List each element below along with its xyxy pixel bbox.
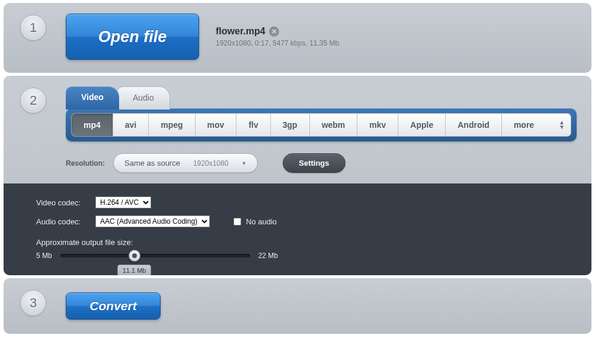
remove-file-icon[interactable]: ✕	[269, 27, 279, 37]
step-3-badge: 3	[20, 290, 46, 316]
format-mpeg[interactable]: mpeg	[149, 114, 195, 136]
format-flv[interactable]: flv	[236, 114, 270, 136]
advanced-settings: Video codec: H.264 / AVC Audio codec: AA…	[4, 183, 591, 275]
file-name: flower.mp4	[216, 26, 265, 37]
format-bar: mp4 avi mpeg mov flv 3gp webm mkv Apple …	[66, 108, 577, 141]
tab-audio[interactable]: Audio	[117, 86, 170, 109]
video-codec-label: Video codec:	[36, 198, 89, 207]
file-info: flower.mp4 ✕ 1920x1080, 0:17, 5477 kbps,…	[216, 26, 339, 47]
no-audio-checkbox-wrap[interactable]: No audio	[233, 217, 277, 226]
step-3-panel: 3 Convert	[4, 278, 591, 334]
tab-video[interactable]: Video	[66, 86, 119, 109]
slider-max: 22 Mb	[258, 252, 278, 260]
resolution-dim: 1920x1080	[193, 159, 228, 167]
slider-thumb[interactable]	[129, 250, 140, 262]
resolution-value: Same as source	[124, 159, 180, 167]
step-2-badge: 2	[20, 88, 46, 114]
slider-min: 5 Mb	[36, 252, 52, 260]
no-audio-checkbox[interactable]	[233, 218, 241, 226]
format-mkv[interactable]: mkv	[357, 114, 398, 136]
updown-icon: ▲▼	[559, 120, 565, 130]
approx-output-label: Approximate output file size:	[36, 238, 574, 247]
settings-button[interactable]: Settings	[283, 153, 345, 173]
no-audio-label: No audio	[246, 217, 277, 226]
resolution-label: Resolution:	[66, 159, 105, 167]
step-1-panel: 1 Open file flower.mp4 ✕ 1920x1080, 0:17…	[4, 3, 591, 73]
format-avi[interactable]: avi	[113, 114, 149, 136]
more-label: more	[514, 120, 534, 130]
convert-button[interactable]: Convert	[66, 292, 161, 320]
format-apple[interactable]: Apple	[398, 114, 446, 136]
caret-down-icon: ▼	[241, 160, 247, 166]
filesize-slider[interactable]: 11.1 Mb	[60, 254, 250, 257]
format-3gp[interactable]: 3gp	[271, 114, 310, 136]
format-webm[interactable]: webm	[310, 114, 358, 136]
slider-value: 11.1 Mb	[117, 265, 152, 275]
format-android[interactable]: Android	[446, 114, 502, 136]
video-codec-select[interactable]: H.264 / AVC	[95, 197, 151, 208]
format-more[interactable]: more ▲▼	[502, 114, 571, 136]
resolution-select[interactable]: Same as source 1920x1080 ▼	[113, 153, 258, 173]
format-mp4[interactable]: mp4	[72, 114, 113, 136]
audio-codec-label: Audio codec:	[36, 217, 89, 226]
step-2-panel: 2 Video Audio mp4 avi mpeg mov flv 3gp w…	[4, 76, 591, 275]
format-mov[interactable]: mov	[196, 114, 237, 136]
open-file-button[interactable]: Open file	[66, 14, 199, 60]
audio-codec-select[interactable]: AAC (Advanced Audio Coding)	[95, 215, 210, 227]
file-meta: 1920x1080, 0:17, 5477 kbps, 11.35 Mb	[216, 39, 339, 47]
step-1-badge: 1	[20, 15, 46, 41]
